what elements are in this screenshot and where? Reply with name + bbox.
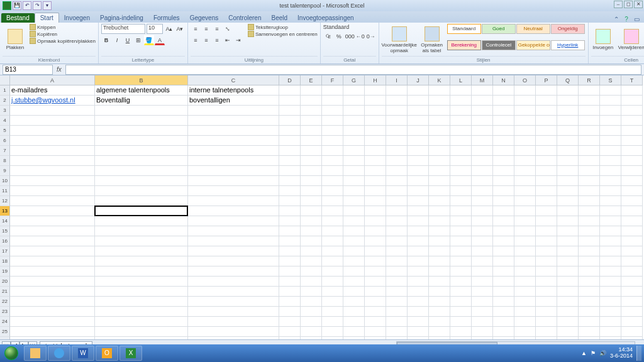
cell-P5[interactable] <box>536 126 557 136</box>
cell-E21[interactable] <box>301 287 322 297</box>
cell-D5[interactable] <box>279 126 301 136</box>
cell-R7[interactable] <box>579 146 600 156</box>
format-painter-button[interactable]: Opmaak kopiëren/plakken <box>30 38 96 44</box>
cell-S20[interactable] <box>600 277 621 287</box>
cell-I24[interactable] <box>386 317 408 327</box>
cell-B12[interactable] <box>95 196 188 206</box>
cell-H25[interactable] <box>365 327 386 337</box>
cell-C8[interactable] <box>188 156 279 166</box>
cell-D13[interactable] <box>279 206 301 216</box>
taskbar-ie[interactable] <box>48 346 70 361</box>
cell-H7[interactable] <box>365 146 386 156</box>
row-header-24[interactable]: 24 <box>0 317 10 327</box>
cell-K15[interactable] <box>429 226 450 236</box>
cell-D20[interactable] <box>279 277 301 287</box>
cell-O7[interactable] <box>514 146 536 156</box>
cell-A4[interactable] <box>10 116 95 126</box>
cell-R24[interactable] <box>579 317 600 327</box>
cell-A15[interactable] <box>10 226 95 236</box>
cell-A8[interactable] <box>10 156 95 166</box>
cell-R12[interactable] <box>579 196 600 206</box>
tab-file[interactable]: Bestand <box>1 13 35 23</box>
cell-S24[interactable] <box>600 317 621 327</box>
cell-F1[interactable] <box>322 85 343 96</box>
cell-H10[interactable] <box>365 176 386 186</box>
tab-data[interactable]: Gegevens <box>185 13 224 23</box>
font-family-select[interactable]: Trebuchet <box>101 24 145 34</box>
cell-L2[interactable] <box>450 96 472 106</box>
column-header-D[interactable]: D <box>279 75 301 85</box>
cell-H12[interactable] <box>365 196 386 206</box>
taskbar-explorer[interactable] <box>24 346 47 361</box>
cell-R15[interactable] <box>579 226 600 236</box>
cell-L10[interactable] <box>450 176 472 186</box>
cell-Q7[interactable] <box>557 146 579 156</box>
cell-H26[interactable] <box>365 337 386 339</box>
cell-R13[interactable] <box>579 206 600 216</box>
cell-C16[interactable] <box>188 236 279 246</box>
tray-flag-icon[interactable]: ⚑ <box>591 350 596 356</box>
cell-C15[interactable] <box>188 226 279 236</box>
cell-K23[interactable] <box>429 307 450 317</box>
cell-E4[interactable] <box>301 116 322 126</box>
cell-E2[interactable] <box>301 96 322 106</box>
cell-A1[interactable]: e-mailadres <box>10 85 95 96</box>
cell-O4[interactable] <box>514 116 536 126</box>
maximize-button[interactable]: ◻ <box>624 1 633 8</box>
cell-S1[interactable] <box>600 85 621 96</box>
cell-T8[interactable] <box>621 156 643 166</box>
cell-L17[interactable] <box>450 246 472 256</box>
row-header-2[interactable]: 2 <box>0 96 10 106</box>
cell-I12[interactable] <box>386 196 408 206</box>
cell-P26[interactable] <box>536 337 557 339</box>
cell-A2[interactable]: j.stubbe@wgvoost.nl <box>10 96 95 106</box>
cell-T24[interactable] <box>621 317 643 327</box>
cell-F21[interactable] <box>322 287 343 297</box>
cell-T7[interactable] <box>621 146 643 156</box>
cell-O17[interactable] <box>514 246 536 256</box>
cell-Q20[interactable] <box>557 277 579 287</box>
taskbar-outlook[interactable]: O <box>96 346 118 361</box>
cell-O21[interactable] <box>514 287 536 297</box>
cell-S9[interactable] <box>600 166 621 176</box>
cell-N20[interactable] <box>493 277 514 287</box>
cell-I15[interactable] <box>386 226 408 236</box>
cell-K21[interactable] <box>429 287 450 297</box>
cell-H15[interactable] <box>365 226 386 236</box>
cell-N9[interactable] <box>493 166 514 176</box>
cell-N22[interactable] <box>493 297 514 307</box>
column-header-B[interactable]: B <box>95 75 188 85</box>
cell-R9[interactable] <box>579 166 600 176</box>
cell-M13[interactable] <box>472 206 493 216</box>
cell-B11[interactable] <box>95 186 188 196</box>
cell-Q3[interactable] <box>557 106 579 116</box>
cell-E15[interactable] <box>301 226 322 236</box>
cell-A23[interactable] <box>10 307 95 317</box>
cell-P14[interactable] <box>536 216 557 226</box>
column-header-Q[interactable]: Q <box>557 75 579 85</box>
row-header-16[interactable]: 16 <box>0 236 10 246</box>
worksheet[interactable]: ABCDEFGHIJKLMNOPQRST 1234567891011121314… <box>0 75 644 339</box>
align-middle-button[interactable]: ≡ <box>201 24 211 34</box>
column-header-F[interactable]: F <box>322 75 343 85</box>
cell-M19[interactable] <box>472 266 493 277</box>
cell-L20[interactable] <box>450 277 472 287</box>
cell-D6[interactable] <box>279 136 301 146</box>
cell-T19[interactable] <box>621 266 643 277</box>
cell-E22[interactable] <box>301 297 322 307</box>
cell-S12[interactable] <box>600 196 621 206</box>
cell-H5[interactable] <box>365 126 386 136</box>
cell-D7[interactable] <box>279 146 301 156</box>
cell-F12[interactable] <box>322 196 343 206</box>
cell-R17[interactable] <box>579 246 600 256</box>
cell-E16[interactable] <box>301 236 322 246</box>
cell-A22[interactable] <box>10 297 95 307</box>
cell-Q10[interactable] <box>557 176 579 186</box>
cell-T3[interactable] <box>621 106 643 116</box>
cell-E23[interactable] <box>301 307 322 317</box>
cell-J13[interactable] <box>408 206 429 216</box>
cell-L21[interactable] <box>450 287 472 297</box>
qat-redo[interactable]: ↷ <box>33 1 42 10</box>
cell-N7[interactable] <box>493 146 514 156</box>
cell-L16[interactable] <box>450 236 472 246</box>
